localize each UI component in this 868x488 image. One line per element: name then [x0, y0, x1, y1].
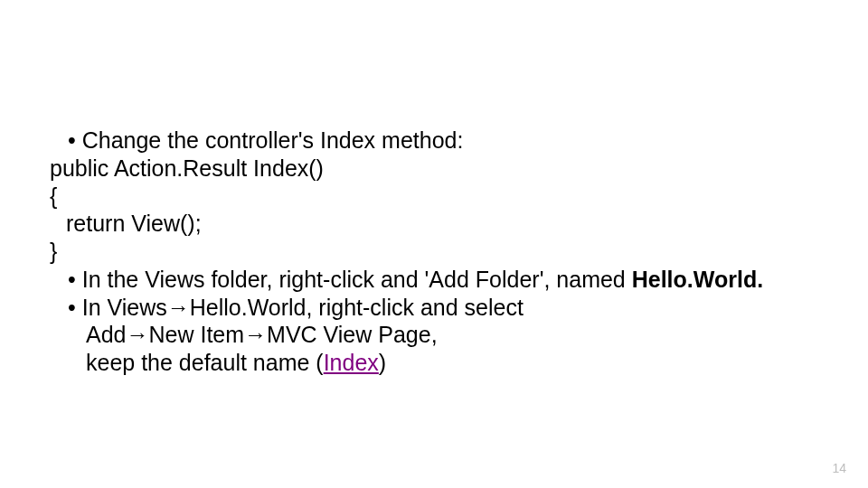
keep-text-b: )	[379, 350, 386, 375]
arrow-icon: →	[167, 295, 190, 320]
bullet-3-cont-1: Add→New Item→MVC View Page,	[50, 321, 818, 349]
add-text: Add	[86, 322, 126, 347]
slide-content: • Change the controller's Index method: …	[50, 127, 818, 377]
index-link[interactable]: Index	[324, 350, 379, 375]
code-line-2: {	[50, 183, 818, 211]
code-line-4: }	[50, 238, 818, 266]
bullet-2: • In the Views folder, right-click and '…	[50, 266, 818, 294]
code-line-1: public Action.Result Index()	[50, 155, 818, 183]
bullet-3: • In Views→Hello.World, right-click and …	[50, 294, 818, 322]
bullet-1: • Change the controller's Index method:	[50, 127, 818, 155]
page-number: 14	[832, 461, 846, 475]
bullet-marker: •	[68, 295, 82, 320]
bullet-1-text: Change the controller's Index method:	[82, 127, 464, 153]
bullet-marker: •	[68, 127, 82, 153]
arrow-icon: →	[126, 322, 148, 347]
arrow-icon: →	[244, 322, 267, 347]
bullet-marker: •	[68, 267, 82, 292]
mvc-text: MVC View Page,	[267, 322, 438, 347]
bullet-2-text-a: In the Views folder, right-click and 'Ad…	[82, 267, 632, 292]
code-line-3: return View();	[50, 210, 818, 238]
keep-text-a: keep the default name (	[86, 350, 324, 375]
bullet-2-bold: Hello.World.	[632, 267, 763, 292]
bullet-3-cont-2: keep the default name (Index)	[50, 349, 818, 377]
bullet-3-text-b: Hello.World, right-click and select	[190, 295, 524, 320]
newitem-text: New Item	[148, 322, 244, 347]
bullet-3-text-a: In Views	[82, 295, 167, 320]
